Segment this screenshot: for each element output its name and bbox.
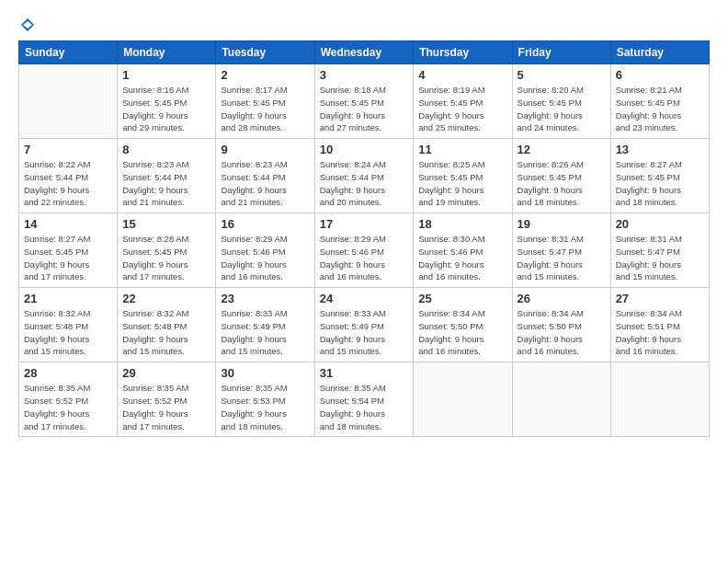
day-info: Sunrise: 8:24 AM Sunset: 5:44 PM Dayligh… [320,158,409,209]
day-info: Sunrise: 8:29 AM Sunset: 5:46 PM Dayligh… [221,233,309,283]
day-header-tuesday: Tuesday [216,41,314,64]
calendar-cell: 10Sunrise: 8:24 AM Sunset: 5:44 PM Dayli… [314,139,414,213]
calendar-cell: 14Sunrise: 8:27 AM Sunset: 5:45 PM Dayli… [19,213,118,288]
day-number: 1 [122,68,210,82]
day-info: Sunrise: 8:34 AM Sunset: 5:51 PM Dayligh… [616,307,704,358]
day-header-saturday: Saturday [610,41,709,64]
day-info: Sunrise: 8:28 AM Sunset: 5:45 PM Dayligh… [122,233,210,283]
day-number: 5 [518,68,606,82]
calendar-cell: 28Sunrise: 8:35 AM Sunset: 5:52 PM Dayli… [19,362,118,437]
day-header-monday: Monday [118,41,216,64]
day-header-sunday: Sunday [19,41,118,64]
day-number: 31 [320,366,409,380]
calendar-cell: 9Sunrise: 8:23 AM Sunset: 5:44 PM Daylig… [216,139,314,213]
calendar-cell [414,362,512,437]
day-number: 10 [320,143,409,156]
calendar-cell: 15Sunrise: 8:28 AM Sunset: 5:45 PM Dayli… [118,213,216,288]
day-info: Sunrise: 8:21 AM Sunset: 5:45 PM Dayligh… [616,84,704,134]
calendar-body: 1Sunrise: 8:16 AM Sunset: 5:45 PM Daylig… [19,64,710,437]
day-info: Sunrise: 8:32 AM Sunset: 5:48 PM Dayligh… [122,307,210,358]
day-number: 22 [122,292,210,305]
day-info: Sunrise: 8:35 AM Sunset: 5:53 PM Dayligh… [221,382,309,432]
calendar-cell: 16Sunrise: 8:29 AM Sunset: 5:46 PM Dayli… [216,213,314,288]
calendar-cell: 31Sunrise: 8:35 AM Sunset: 5:54 PM Dayli… [314,362,414,437]
day-number: 18 [418,217,506,231]
day-number: 16 [221,217,309,231]
day-number: 27 [616,292,704,305]
calendar-cell: 12Sunrise: 8:26 AM Sunset: 5:45 PM Dayli… [512,139,610,213]
day-info: Sunrise: 8:34 AM Sunset: 5:50 PM Dayligh… [418,307,506,358]
calendar-cell [19,64,118,139]
day-header-wednesday: Wednesday [314,41,414,64]
day-info: Sunrise: 8:23 AM Sunset: 5:44 PM Dayligh… [221,158,309,209]
day-number: 12 [518,143,606,156]
logo-icon [19,17,36,33]
day-info: Sunrise: 8:27 AM Sunset: 5:45 PM Dayligh… [24,233,112,283]
day-number: 2 [221,68,309,82]
day-number: 21 [24,292,112,305]
day-header-friday: Friday [512,41,610,64]
day-number: 29 [122,366,210,380]
day-number: 19 [518,217,606,231]
calendar-week-row: 1Sunrise: 8:16 AM Sunset: 5:45 PM Daylig… [19,64,710,139]
calendar-week-row: 21Sunrise: 8:32 AM Sunset: 5:48 PM Dayli… [19,288,710,362]
day-number: 4 [418,68,506,82]
day-number: 6 [616,68,704,82]
day-info: Sunrise: 8:27 AM Sunset: 5:45 PM Dayligh… [616,158,704,209]
day-number: 23 [221,292,309,305]
day-info: Sunrise: 8:29 AM Sunset: 5:46 PM Dayligh… [320,233,409,283]
calendar-header-row: SundayMondayTuesdayWednesdayThursdayFrid… [19,41,710,64]
day-number: 26 [518,292,606,305]
calendar-cell: 18Sunrise: 8:30 AM Sunset: 5:46 PM Dayli… [414,213,512,288]
day-header-thursday: Thursday [414,41,512,64]
day-info: Sunrise: 8:35 AM Sunset: 5:52 PM Dayligh… [24,382,112,432]
day-info: Sunrise: 8:35 AM Sunset: 5:54 PM Dayligh… [320,382,409,432]
calendar-cell: 13Sunrise: 8:27 AM Sunset: 5:45 PM Dayli… [610,139,709,213]
calendar-cell: 19Sunrise: 8:31 AM Sunset: 5:47 PM Dayli… [512,213,610,288]
day-info: Sunrise: 8:33 AM Sunset: 5:49 PM Dayligh… [320,307,409,358]
calendar-cell: 17Sunrise: 8:29 AM Sunset: 5:46 PM Dayli… [314,213,414,288]
calendar-cell: 30Sunrise: 8:35 AM Sunset: 5:53 PM Dayli… [216,362,314,437]
calendar-week-row: 14Sunrise: 8:27 AM Sunset: 5:45 PM Dayli… [19,213,710,288]
header [18,17,710,33]
day-number: 14 [24,217,112,231]
day-number: 30 [221,366,309,380]
calendar-cell: 8Sunrise: 8:23 AM Sunset: 5:44 PM Daylig… [118,139,216,213]
calendar-cell: 6Sunrise: 8:21 AM Sunset: 5:45 PM Daylig… [610,64,709,139]
day-number: 11 [418,143,506,156]
day-info: Sunrise: 8:30 AM Sunset: 5:46 PM Dayligh… [418,233,506,283]
calendar-cell: 5Sunrise: 8:20 AM Sunset: 5:45 PM Daylig… [512,64,610,139]
calendar-cell: 25Sunrise: 8:34 AM Sunset: 5:50 PM Dayli… [414,288,512,362]
day-info: Sunrise: 8:34 AM Sunset: 5:50 PM Dayligh… [518,307,606,358]
calendar-cell: 20Sunrise: 8:31 AM Sunset: 5:47 PM Dayli… [610,213,709,288]
day-info: Sunrise: 8:18 AM Sunset: 5:45 PM Dayligh… [320,84,409,134]
day-number: 9 [221,143,309,156]
day-info: Sunrise: 8:16 AM Sunset: 5:45 PM Dayligh… [122,84,210,134]
day-number: 3 [320,68,409,82]
calendar-week-row: 28Sunrise: 8:35 AM Sunset: 5:52 PM Dayli… [19,362,710,437]
calendar-cell [610,362,709,437]
day-info: Sunrise: 8:35 AM Sunset: 5:52 PM Dayligh… [122,382,210,432]
day-number: 25 [418,292,506,305]
calendar-cell: 11Sunrise: 8:25 AM Sunset: 5:45 PM Dayli… [414,139,512,213]
day-number: 7 [24,143,112,156]
day-info: Sunrise: 8:20 AM Sunset: 5:45 PM Dayligh… [518,84,606,134]
day-info: Sunrise: 8:31 AM Sunset: 5:47 PM Dayligh… [518,233,606,283]
calendar-week-row: 7Sunrise: 8:22 AM Sunset: 5:44 PM Daylig… [19,139,710,213]
day-info: Sunrise: 8:17 AM Sunset: 5:45 PM Dayligh… [221,84,309,134]
day-number: 8 [122,143,210,156]
day-info: Sunrise: 8:23 AM Sunset: 5:44 PM Dayligh… [122,158,210,209]
calendar-cell: 3Sunrise: 8:18 AM Sunset: 5:45 PM Daylig… [314,64,414,139]
day-info: Sunrise: 8:26 AM Sunset: 5:45 PM Dayligh… [518,158,606,209]
day-info: Sunrise: 8:19 AM Sunset: 5:45 PM Dayligh… [418,84,506,134]
calendar-cell: 26Sunrise: 8:34 AM Sunset: 5:50 PM Dayli… [512,288,610,362]
logo [18,17,37,33]
day-info: Sunrise: 8:32 AM Sunset: 5:48 PM Dayligh… [24,307,112,358]
day-number: 15 [122,217,210,231]
day-info: Sunrise: 8:25 AM Sunset: 5:45 PM Dayligh… [418,158,506,209]
page: SundayMondayTuesdayWednesdayThursdayFrid… [0,0,728,563]
day-number: 13 [616,143,704,156]
day-info: Sunrise: 8:31 AM Sunset: 5:47 PM Dayligh… [616,233,704,283]
calendar-cell: 7Sunrise: 8:22 AM Sunset: 5:44 PM Daylig… [19,139,118,213]
calendar-cell: 1Sunrise: 8:16 AM Sunset: 5:45 PM Daylig… [118,64,216,139]
